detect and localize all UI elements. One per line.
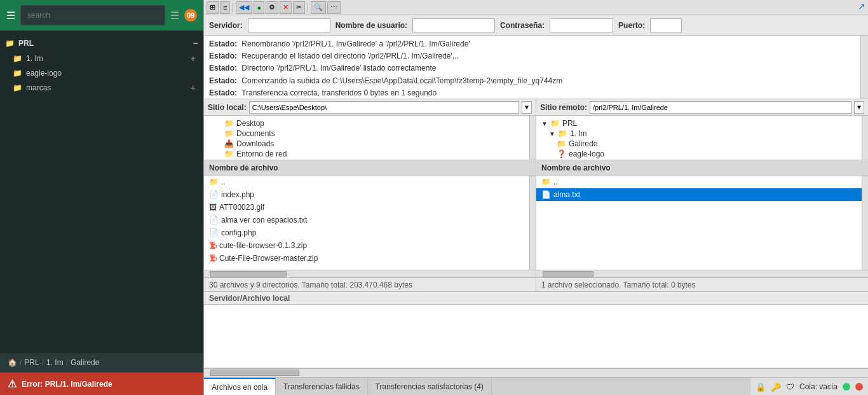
toolbar-btn-scissors[interactable]: ✂ [293, 1, 305, 14]
badge-icon[interactable]: 09 [184, 9, 197, 22]
file-entry-config[interactable]: 📄 config.php [204, 226, 536, 239]
toolbar-btn-green[interactable]: ● [254, 1, 264, 14]
tab-transferencias-fallidas[interactable]: Transferencias fallidas [276, 378, 368, 395]
toolbar-btn-dots[interactable]: ⋯ [327, 1, 341, 14]
contrasena-input[interactable] [550, 18, 613, 32]
local-path-input[interactable] [249, 101, 519, 114]
sidebar-item-marcas[interactable]: 📁 marcas + [0, 80, 203, 95]
remote-dir-tree: ▼ 📁 PRL ▼ 📁 1. Im 📁 Galirede ❓ eagle-log… [536, 116, 868, 160]
toolbar-btn-back[interactable]: ◀◀ [236, 1, 252, 14]
local-path-dropdown[interactable]: ▼ [522, 101, 532, 114]
transfer-hscroll-thumb[interactable] [210, 370, 299, 376]
folder-icon: 📁 [13, 83, 22, 92]
toolbar-btn-grid[interactable]: ⊞ [207, 1, 219, 14]
local-file-list[interactable]: 📁 .. 📄 index.php 🖼 ATT00023.gif 📄 alma v… [204, 176, 536, 270]
dir-name: Galirede [569, 139, 597, 148]
shield-icon: 🛡 [786, 382, 794, 392]
folder-icon: 📁 [557, 139, 566, 148]
local-panel: Sitio local: ▼ 📁 Desktop 📁 Documents 📥 D… [204, 99, 536, 291]
breadcrumb-1im[interactable]: 1. Im [46, 358, 64, 367]
add-1im-button[interactable]: + [191, 53, 196, 64]
remote-file-scrollbar[interactable] [862, 176, 868, 270]
transfer-log-title: Servidor/Archivo local [209, 294, 290, 303]
breadcrumb-galirede[interactable]: Galirede [71, 358, 99, 367]
red-status-dot [855, 383, 863, 391]
remote-path-dropdown[interactable]: ▼ [854, 101, 864, 114]
log-text-0: Renombrando '/prl2/PRL/1. Im/Galirede' a… [241, 39, 470, 48]
sidebar-item-prl[interactable]: 📁 PRL − [0, 36, 203, 51]
folder-icon: 📁 [13, 54, 22, 63]
file-entry-cute2[interactable]: 🗜 Cute-File-Browser-master.zip [204, 252, 536, 265]
dir-item-prl[interactable]: ▼ 📁 PRL [539, 118, 865, 128]
file-scrollbar-local[interactable] [529, 176, 536, 270]
sidebar-item-eagle-logo[interactable]: 📁 eagle-logo [0, 66, 203, 80]
log-scrollbar[interactable] [860, 36, 868, 99]
folder-icon: 📁 [13, 69, 22, 78]
folder-icon: 📁 [5, 39, 15, 48]
remote-file-dotdot[interactable]: 📁 .. [536, 176, 868, 188]
dir-item-galirede[interactable]: 📁 Galirede [539, 139, 865, 149]
home-icon[interactable]: 🏠 [8, 358, 17, 367]
sidebar-item-label: marcas [26, 83, 51, 92]
tab-transferencias-satisfactorias[interactable]: Transferencias satisfactorias (4) [368, 378, 492, 395]
usuario-label: Nombre de usuario: [336, 21, 407, 30]
add-marcas-button[interactable]: + [191, 83, 196, 93]
key-icon: 🔑 [771, 382, 781, 392]
toolbar-btn-close[interactable]: ✕ [280, 1, 292, 14]
log-text-2: Directorio '/prl2/PRL/1. Im/Galirede' li… [241, 64, 436, 73]
dir-item-entorno[interactable]: 📁 Entorno de red [207, 149, 533, 159]
file-name: alma.txt [553, 190, 580, 199]
folder-icon: 📁 [558, 129, 567, 138]
hamburger-icon[interactable]: ☰ [6, 10, 15, 22]
txt-file-icon: 📄 [209, 216, 219, 225]
dir-name: PRL [562, 119, 577, 128]
local-dir-tree: 📁 Desktop 📁 Documents 📥 Downloads 📁 Ento… [204, 116, 536, 160]
dir-item-documents[interactable]: 📁 Documents [207, 128, 533, 139]
dir-item-eagle[interactable]: ❓ eagle-logo [539, 149, 865, 159]
folder-icon: 📁 [541, 177, 551, 186]
puerto-input[interactable] [650, 18, 682, 32]
remote-file-list[interactable]: 📁 .. 📄 alma.txt [536, 176, 868, 270]
local-hscroll-thumb[interactable] [210, 271, 287, 277]
collapse-prl-button[interactable]: − [193, 38, 198, 48]
file-entry-cute1[interactable]: 🗜 cute-file-browser-0.1.3.zip [204, 239, 536, 252]
dir-item-desktop[interactable]: 📁 Desktop [207, 118, 533, 128]
list-icon[interactable]: ☰ [170, 10, 179, 22]
file-entry-att[interactable]: 🖼 ATT00023.gif [204, 201, 536, 214]
remote-hscroll[interactable] [536, 270, 868, 277]
search-input[interactable] [20, 5, 165, 25]
usuario-input[interactable] [412, 18, 495, 32]
file-entry-dotdot[interactable]: 📁 .. [204, 176, 536, 188]
transfer-hscroll[interactable] [204, 368, 868, 377]
cola-label: Cola: vacía [799, 382, 837, 391]
toolbar-btn-settings[interactable]: ⚙ [266, 1, 278, 14]
servidor-input[interactable] [248, 18, 330, 32]
remote-path-input[interactable] [590, 101, 851, 114]
ftp-toolbar: ⊞ ≡ ◀◀ ● ⚙ ✕ ✂ 🔍 ⋯ ↗ [204, 0, 868, 15]
expand-icon[interactable]: ↗ [858, 1, 865, 11]
dir-item-downloads[interactable]: 📥 Downloads [207, 139, 533, 149]
status-bar: 🔒 🔑 🛡 Cola: vacía [750, 378, 868, 395]
file-name: alma ver con espacios.txt [221, 216, 307, 225]
breadcrumb-prl[interactable]: PRL [24, 358, 39, 367]
remote-dir-scrollbar[interactable] [862, 116, 868, 160]
php-file-icon: 📄 [209, 228, 219, 237]
txt-file-icon: 📄 [541, 190, 551, 199]
sidebar-item-1im[interactable]: 📁 1. Im + [0, 51, 203, 66]
zip-file-icon: 🗜 [209, 241, 217, 250]
local-hscroll[interactable] [204, 270, 536, 277]
log-text-4: Transferencia correcta, transferidos 0 b… [241, 88, 437, 97]
remote-file-alma[interactable]: 📄 alma.txt [536, 188, 868, 201]
remote-hscroll-thumb[interactable] [543, 271, 593, 277]
file-entry-index[interactable]: 📄 index.php [204, 188, 536, 201]
tab-archivos-en-cola[interactable]: Archivos en cola [204, 378, 276, 395]
dir-item-1im[interactable]: ▼ 📁 1. Im [539, 128, 865, 139]
toolbar-btn-list[interactable]: ≡ [220, 1, 230, 14]
green-status-dot [843, 383, 850, 391]
file-name: cute-file-browser-0.1.3.zip [219, 241, 307, 250]
local-files-header-label: Nombre de archivo [209, 163, 278, 172]
toolbar-btn-search[interactable]: 🔍 [311, 1, 326, 14]
sidebar-header: ☰ ☰ 09 [0, 0, 203, 31]
file-entry-alma[interactable]: 📄 alma ver con espacios.txt [204, 214, 536, 226]
dir-scrollbar[interactable] [529, 116, 536, 160]
